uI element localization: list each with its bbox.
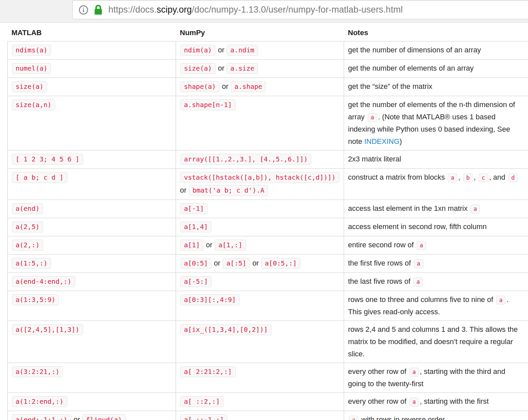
note-text: every other row of (348, 367, 408, 376)
code-chip: vstack([hstack([a,b]), hstack([c,d])]) (180, 172, 339, 183)
code-chip: numel(a) (12, 63, 51, 74)
url-domain: scipy.org (157, 5, 192, 15)
page-content: MATLAB NumPy Notes ndims(a)ndim(a) or a.… (0, 23, 528, 420)
code-chip: a (448, 173, 457, 182)
code-chip: array([[1.,2.,3.], [4.,5.,6.]]) (180, 154, 311, 165)
code-chip: a.shape[n-1] (180, 99, 236, 110)
code-chip: a.shape (231, 81, 266, 92)
note-text: , and (489, 173, 507, 181)
table-row: a(end:-1:1,:) or flipud(a)a[ ::-1,:]a wi… (8, 411, 528, 420)
note-text: or (204, 241, 214, 249)
matlab-cell: a(2,5) (8, 218, 176, 236)
numpy-cell: a.shape[n-1] (176, 96, 344, 150)
note-text: the last five rows of (348, 277, 412, 285)
code-chip: a(1:5,:) (12, 258, 51, 269)
note-text: , (474, 173, 478, 181)
code-chip: b (463, 173, 473, 182)
notes-cell: the last five rows of a (344, 273, 528, 291)
url-prefix: https://docs. (108, 5, 157, 15)
matlab-cell: a(1:5,:) (8, 255, 176, 273)
code-chip: a(2,5) (12, 221, 43, 232)
numpy-cell: a[-1] (176, 200, 344, 218)
code-chip: a[0:5] (180, 258, 211, 269)
code-chip: a (368, 113, 377, 122)
address-bar[interactable]: https://docs.scipy.org/doc/numpy-1.13.0/… (72, 0, 528, 19)
notes-cell: entire second row of a (344, 236, 528, 255)
code-chip: a (413, 277, 423, 286)
note-text: or (216, 46, 226, 54)
code-chip: size(a,n) (12, 99, 55, 110)
numpy-cell: a[ix_([1,3,4],[0,2])] (176, 321, 344, 363)
note-text: access element in second row, fifth colu… (348, 222, 487, 231)
notes-cell: 2x3 matrix literal (344, 150, 528, 169)
url-text: https://docs.scipy.org/doc/numpy-1.13.0/… (108, 5, 403, 15)
table-row: a(1:5,:)a[0:5] or a[:5] or a[0:5,:]the f… (8, 255, 528, 273)
code-chip: a(2,:) (12, 240, 43, 251)
table-row: a(2,:)a[1] or a[1,:]entire second row of… (8, 236, 528, 255)
matlab-numpy-table: MATLAB NumPy Notes ndims(a)ndim(a) or a.… (7, 27, 528, 420)
note-text: every other row of (348, 397, 408, 405)
code-chip: size(a) (12, 81, 47, 92)
table-row: [ a b; c d ]vstack([hstack([a,b]), hstac… (8, 169, 528, 200)
notes-cell: access element in second row, fifth colu… (344, 218, 528, 236)
note-text: or (212, 259, 222, 267)
browser-chrome: https://docs.scipy.org/doc/numpy-1.13.0/… (0, 0, 528, 23)
matlab-cell: size(a) (8, 78, 176, 96)
code-chip: a(end) (12, 203, 43, 214)
table-row: a(1:2:end,:)a[ ::2,:]every other row of … (8, 393, 528, 411)
code-chip: a[1] (180, 240, 204, 251)
lock-icon[interactable] (93, 4, 103, 16)
numpy-cell: shape(a) or a.shape (176, 78, 344, 96)
url-path: /doc/numpy-1.13.0/user/numpy-for-matlab-… (192, 5, 403, 15)
matlab-cell: a(end-4:end,:) (8, 273, 176, 291)
code-chip: a (417, 241, 426, 250)
note-text: or (220, 82, 230, 90)
matlab-cell: [ a b; c d ] (8, 169, 176, 200)
indexing-link[interactable]: INDEXING (364, 137, 399, 146)
notes-cell: get the number of elements of an array (344, 60, 528, 78)
matlab-cell: a(1:2:end,:) (8, 393, 176, 411)
numpy-cell: a[1,4] (176, 218, 344, 236)
code-chip: a (471, 205, 480, 213)
notes-cell: get the “size” of the matrix (344, 78, 528, 96)
code-chip: a (409, 368, 419, 377)
numpy-cell: a[ ::2,:] (176, 393, 344, 411)
numpy-cell: ndim(a) or a.ndim (176, 41, 344, 60)
code-chip: a(end-4:end,:) (12, 276, 75, 287)
code-chip: [ a b; c d ] (12, 172, 67, 183)
matlab-cell: a([2,4,5],[1,3]) (8, 321, 176, 363)
note-text: or (250, 259, 261, 267)
notes-cell: every other row of a, starting with the … (344, 363, 528, 393)
notes-cell: get the number of dimensions of an array (344, 41, 528, 60)
code-chip: a.size (227, 63, 258, 74)
code-chip: a[1,:] (215, 240, 246, 251)
matlab-cell: [ 1 2 3; 4 5 6 ] (8, 150, 176, 169)
notes-cell: rows 2,4 and 5 and columns 1 and 3. This… (344, 321, 528, 363)
table-body: ndims(a)ndim(a) or a.ndimget the number … (8, 41, 528, 420)
table-row: [ 1 2 3; 4 5 6 ]array([[1.,2.,3.], [4.,5… (8, 150, 528, 169)
code-chip: a (409, 397, 419, 406)
notes-cell: every other row of a, starting with the … (344, 393, 528, 411)
header-numpy: NumPy (176, 27, 344, 41)
code-chip: a([2,4,5],[1,3]) (12, 324, 83, 335)
info-icon[interactable] (79, 5, 88, 15)
numpy-cell: array([[1.,2.,3.], [4.,5.,6.]]) (176, 150, 344, 169)
note-text: 2x3 matrix literal (348, 155, 401, 163)
code-chip: a[ 2:21:2,:] (180, 366, 236, 377)
code-chip: a(1:3,5:9) (12, 294, 59, 305)
table-row: a(3:2:21,:)a[ 2:21:2,:]every other row o… (8, 363, 528, 393)
code-chip: ndims(a) (12, 45, 51, 56)
code-chip: bmat('a b; c d').A (189, 185, 268, 196)
notes-cell: the first five rows of a (344, 255, 528, 273)
note-text: the first five rows of (348, 259, 413, 267)
table-row: size(a)shape(a) or a.shapeget the “size”… (8, 78, 528, 96)
numpy-cell: a[ ::-1,:] (176, 411, 344, 420)
code-chip: c (479, 173, 488, 182)
code-chip: a.ndim (227, 45, 258, 56)
note-text: rows 2,4 and 5 and columns 1 and 3. This… (348, 325, 518, 358)
table-row: a(1:3,5:9)a[0:3][:,4:9]rows one to three… (8, 291, 528, 321)
table-row: ndims(a)ndim(a) or a.ndimget the number … (8, 41, 528, 60)
note-text: , starting with the first (420, 397, 489, 405)
notes-cell: access last element in the 1xn matrix a (344, 200, 528, 218)
code-chip: a[ ::2,:] (180, 396, 223, 407)
